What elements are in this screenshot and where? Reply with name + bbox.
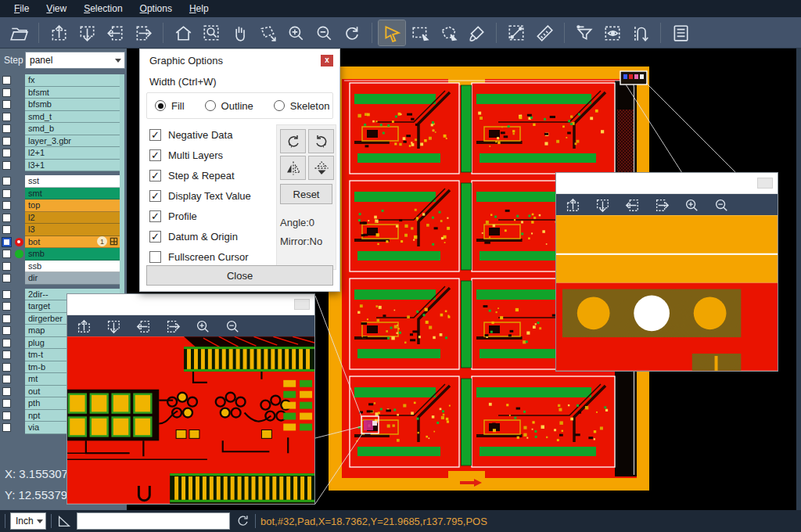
- layer-checkbox[interactable]: [2, 76, 11, 84]
- layer-checkbox[interactable]: [2, 262, 11, 271]
- layer-checkbox[interactable]: [2, 189, 11, 198]
- open-button[interactable]: [5, 20, 32, 45]
- highlight-net-button[interactable]: [627, 20, 654, 45]
- layer-label[interactable]: l3+1: [25, 160, 120, 172]
- dialog-titlebar[interactable]: Graphic Options x: [140, 49, 339, 71]
- layer-row-layer_3.gbr[interactable]: layer_3.gbr: [0, 135, 127, 148]
- zoom-window-button[interactable]: [198, 20, 224, 45]
- layer-label[interactable]: layer_3.gbr: [25, 135, 120, 148]
- magnifier-titlebar[interactable]: [67, 294, 314, 315]
- checkbox-step-repeat[interactable]: ✓Step & Repeat: [149, 165, 251, 185]
- report-button[interactable]: [667, 20, 694, 45]
- magnifier-zoom-out-button[interactable]: [713, 197, 729, 213]
- snap-angle-icon[interactable]: [56, 513, 72, 529]
- layer-checkbox[interactable]: [2, 237, 12, 247]
- layer-label[interactable]: l3: [25, 224, 120, 236]
- layer-label[interactable]: smd_t: [25, 111, 120, 124]
- layer-row-bot[interactable]: bot1: [0, 236, 127, 249]
- filter-button[interactable]: [571, 20, 598, 45]
- magnifier-window-bottom[interactable]: [66, 293, 315, 505]
- rotate-ccw-button[interactable]: [308, 129, 334, 153]
- measure-distance-button[interactable]: [503, 20, 530, 45]
- layer-label[interactable]: top: [25, 200, 120, 212]
- brush-tool-button[interactable]: [463, 20, 490, 45]
- layer-checkbox[interactable]: [2, 350, 11, 359]
- menu-view[interactable]: View: [38, 2, 74, 16]
- layer-row-fx[interactable]: fx: [0, 74, 127, 87]
- unit-select[interactable]: Inch: [10, 512, 46, 530]
- layer-row-smb[interactable]: smb: [0, 248, 127, 261]
- layer-checkbox[interactable]: [2, 88, 11, 97]
- menu-selection[interactable]: Selection: [76, 2, 130, 16]
- pan-left-button[interactable]: [102, 20, 128, 45]
- layer-checkbox[interactable]: [2, 290, 11, 299]
- grid-icon[interactable]: [110, 237, 118, 246]
- polygon-select-button[interactable]: [435, 20, 462, 45]
- canvas-scrollbar[interactable]: [796, 49, 801, 510]
- layer-label[interactable]: smb: [25, 248, 120, 261]
- zoom-previous-button[interactable]: [339, 20, 365, 45]
- move-view-button[interactable]: [254, 20, 281, 45]
- layer-label[interactable]: smd_b: [25, 123, 120, 135]
- layer-checkbox[interactable]: [2, 250, 11, 258]
- layer-row-l2+1[interactable]: l2+1: [0, 147, 127, 160]
- checkbox-multi-layers[interactable]: ✓Multi Layers: [149, 145, 251, 165]
- layer-label[interactable]: l2: [25, 212, 120, 225]
- zoom-home-button[interactable]: [170, 20, 196, 45]
- red-status-dot[interactable]: [15, 238, 23, 246]
- layer-label[interactable]: bot1: [25, 236, 120, 249]
- window-button[interactable]: [294, 299, 310, 310]
- reset-button[interactable]: Reset: [280, 184, 332, 204]
- magnifier-zoom-out-button[interactable]: [224, 318, 240, 334]
- menu-help[interactable]: Help: [181, 2, 217, 16]
- magnifier-zoom-in-button[interactable]: [195, 318, 210, 334]
- layer-checkbox[interactable]: [2, 161, 11, 170]
- rotate-cw-button[interactable]: [280, 129, 306, 153]
- layer-label[interactable]: l2+1: [25, 147, 120, 160]
- layer-checkbox[interactable]: [2, 315, 11, 323]
- magnifier-titlebar[interactable]: [556, 173, 778, 194]
- layer-label[interactable]: dir: [25, 272, 120, 285]
- magnifier-pan-up-button[interactable]: [565, 197, 580, 213]
- layer-row-ssb[interactable]: ssb: [0, 261, 127, 273]
- mirror-vertical-button[interactable]: [308, 156, 334, 180]
- magnifier-pan-down-button[interactable]: [594, 197, 610, 213]
- close-icon[interactable]: x: [321, 55, 333, 66]
- command-input[interactable]: [77, 512, 230, 530]
- layer-label[interactable]: bfsmb: [25, 99, 120, 111]
- magnifier-pan-up-button[interactable]: [76, 318, 92, 334]
- step-select[interactable]: panel: [25, 52, 125, 69]
- layer-row-smd_b[interactable]: smd_b: [0, 123, 127, 135]
- layer-checkbox[interactable]: [2, 302, 11, 311]
- layer-checkbox[interactable]: [2, 375, 11, 383]
- select-tool-button[interactable]: [379, 20, 405, 45]
- layer-row-dir[interactable]: dir: [0, 272, 127, 285]
- checkbox-fullscreen-cursor[interactable]: Fullscreen Cursor: [149, 246, 251, 267]
- layer-row-l3+1[interactable]: l3+1: [0, 160, 127, 172]
- pan-down-button[interactable]: [74, 20, 100, 45]
- layer-row-smd_t[interactable]: smd_t: [0, 111, 127, 124]
- ruler-button[interactable]: [531, 20, 558, 45]
- layer-checkbox[interactable]: [2, 100, 11, 109]
- checkbox-datum-origin[interactable]: ✓Datum & Origin: [149, 226, 251, 246]
- pan-hand-button[interactable]: [226, 20, 253, 45]
- layer-checkbox[interactable]: [2, 149, 11, 157]
- layer-checkbox[interactable]: [2, 387, 11, 396]
- layer-checkbox[interactable]: [2, 177, 11, 185]
- magnifier-pan-left-button[interactable]: [135, 318, 151, 334]
- zoom-in-button[interactable]: [282, 20, 309, 45]
- rectangle-select-button[interactable]: [407, 20, 433, 45]
- checkbox-display-text-value[interactable]: ✓Display Text Value: [149, 185, 251, 206]
- layer-checkbox[interactable]: [2, 201, 11, 210]
- layer-checkbox[interactable]: [2, 214, 11, 222]
- layer-label[interactable]: fx: [25, 74, 120, 87]
- layer-row-l2[interactable]: l2: [0, 212, 127, 225]
- layer-checkbox[interactable]: [2, 137, 11, 146]
- layer-checkbox[interactable]: [2, 339, 11, 347]
- menu-file[interactable]: File: [6, 2, 37, 16]
- layer-checkbox[interactable]: [2, 363, 11, 372]
- magnifier-pan-down-button[interactable]: [106, 318, 121, 334]
- pan-up-button[interactable]: [45, 20, 72, 45]
- magnifier-pan-right-button[interactable]: [654, 197, 670, 213]
- window-button[interactable]: [757, 178, 773, 189]
